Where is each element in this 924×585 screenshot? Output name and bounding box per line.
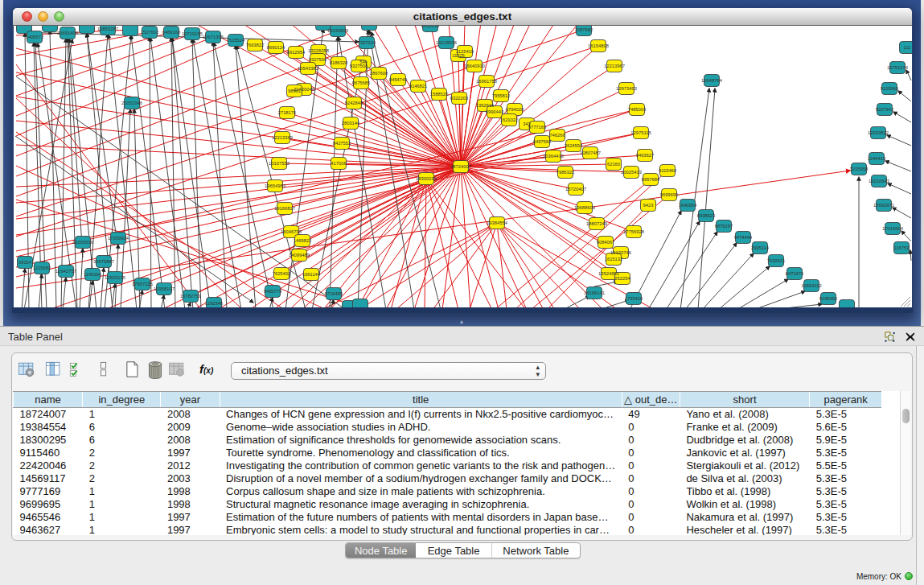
svg-text:12213967: 12213967: [604, 64, 625, 68]
svg-text:8957684: 8957684: [642, 177, 660, 182]
svg-text:16961758: 16961758: [476, 79, 497, 84]
svg-text:1588520: 1588520: [430, 92, 449, 97]
svg-text:8675685: 8675685: [352, 80, 371, 85]
svg-text:10671355: 10671355: [203, 35, 224, 39]
svg-text:8471676: 8471676: [786, 271, 804, 276]
svg-text:9463627: 9463627: [636, 153, 655, 158]
svg-text:14099489: 14099489: [289, 253, 310, 257]
svg-text:1733426: 1733426: [625, 296, 643, 301]
svg-text:252254: 252254: [614, 276, 630, 281]
svg-text:18724007: 18724007: [450, 164, 471, 169]
svg-text:6794028: 6794028: [506, 107, 524, 112]
svg-text:9242848: 9242848: [345, 101, 363, 105]
svg-text:417006: 417006: [331, 161, 346, 166]
svg-text:9084067: 9084067: [597, 240, 615, 245]
svg-text:8322203: 8322203: [450, 96, 469, 101]
svg-text:10807487: 10807487: [580, 150, 601, 155]
svg-text:16120746: 16120746: [610, 250, 631, 255]
svg-text:62160: 62160: [607, 162, 620, 167]
svg-text:17756928: 17756928: [623, 229, 644, 234]
svg-text:8912954: 8912954: [287, 50, 306, 55]
svg-text:19654983: 19654983: [265, 183, 285, 188]
svg-text:16782759: 16782759: [180, 294, 201, 299]
svg-text:8660124: 8660124: [267, 45, 285, 50]
svg-text:7986322: 7986322: [556, 170, 575, 175]
svg-text:111: 111: [904, 45, 911, 50]
svg-text:16640910: 16640910: [464, 64, 485, 68]
svg-text:19218506: 19218506: [436, 40, 457, 45]
svg-text:3215958: 3215958: [850, 167, 869, 171]
svg-text:1362615: 1362615: [476, 103, 495, 108]
svg-text:1244415: 1244415: [868, 156, 886, 161]
svg-text:2087682: 2087682: [575, 27, 593, 32]
svg-text:16046798: 16046798: [281, 229, 302, 234]
svg-text:3624554: 3624554: [565, 143, 583, 148]
svg-text:15751074: 15751074: [887, 65, 909, 70]
svg-text:6497568: 6497568: [533, 139, 552, 144]
svg-text:116753: 116753: [894, 245, 910, 250]
svg-text:10107552: 10107552: [269, 161, 290, 166]
svg-text:9227342: 9227342: [876, 107, 894, 112]
svg-text:14196141: 14196141: [584, 290, 605, 295]
svg-text:1621022: 1621022: [500, 117, 519, 122]
svg-text:19166827: 19166827: [274, 206, 295, 211]
svg-text:12213369: 12213369: [272, 135, 293, 140]
svg-text:2935114: 2935114: [751, 245, 770, 250]
svg-text:7515524: 7515524: [227, 38, 245, 43]
svg-text:10973493: 10973493: [616, 86, 637, 91]
svg-text:8813054: 8813054: [421, 26, 440, 28]
svg-text:12093822: 12093822: [868, 130, 889, 135]
svg-text:10688609: 10688609: [574, 205, 595, 210]
svg-text:7663822: 7663822: [246, 43, 265, 47]
svg-text:1615132: 1615132: [605, 257, 623, 262]
svg-text:8427552: 8427552: [333, 141, 351, 146]
svg-text:12942757: 12942757: [55, 269, 76, 274]
svg-text:13226058: 13226058: [308, 48, 329, 53]
svg-text:20691406: 20691406: [57, 31, 78, 35]
svg-text:10719155: 10719155: [182, 31, 203, 36]
svg-text:17016504: 17016504: [882, 226, 904, 231]
svg-text:2718176: 2718176: [278, 110, 297, 115]
svg-text:7632621: 7632621: [767, 258, 786, 263]
svg-text:1527602: 1527602: [141, 30, 159, 35]
svg-text:12975115: 12975115: [630, 130, 651, 135]
svg-text:2867608: 2867608: [370, 71, 388, 76]
svg-text:30975887: 30975887: [93, 259, 114, 264]
svg-text:9115460: 9115460: [659, 168, 676, 173]
svg-text:1215682: 1215682: [33, 266, 51, 270]
svg-text:9699695: 9699695: [660, 192, 679, 197]
svg-text:1405572: 1405572: [26, 35, 44, 39]
svg-text:1292346: 1292346: [205, 301, 224, 306]
svg-text:12503135: 12503135: [105, 275, 125, 280]
svg-text:9327500: 9327500: [309, 57, 327, 62]
svg-text:9423: 9423: [643, 203, 654, 208]
svg-text:7357224: 7357224: [358, 40, 376, 45]
svg-text:1469822: 1469822: [294, 238, 312, 243]
svg-text:10958107: 10958107: [154, 286, 175, 291]
svg-text:10025433: 10025433: [621, 170, 642, 175]
svg-text:20053346: 20053346: [121, 101, 142, 105]
svg-text:18807249: 18807249: [586, 221, 607, 226]
svg-text:9129966: 9129966: [881, 86, 899, 91]
svg-text:9327508: 9327508: [350, 64, 368, 68]
svg-text:16648764: 16648764: [701, 78, 723, 83]
svg-text:15692971: 15692971: [873, 203, 894, 208]
svg-text:16033809: 16033809: [327, 28, 348, 33]
svg-text:746266: 746266: [549, 133, 565, 138]
svg-text:6990443: 6990443: [486, 109, 504, 114]
svg-text:9777169: 9777169: [528, 125, 547, 130]
svg-text:2803144: 2803144: [342, 121, 360, 126]
svg-text:8454749: 8454749: [389, 77, 408, 82]
svg-text:1691144: 1691144: [302, 272, 321, 277]
svg-text:1125419: 1125419: [456, 49, 474, 54]
svg-text:9465779: 9465779: [264, 289, 282, 294]
svg-text:20206536: 20206536: [72, 240, 93, 245]
svg-text:8186328: 8186328: [330, 60, 348, 65]
svg-text:9245652: 9245652: [819, 296, 838, 301]
svg-text:1145194: 1145194: [84, 272, 102, 277]
svg-text:98901: 98901: [288, 89, 301, 93]
svg-text:7955812: 7955812: [492, 93, 511, 98]
svg-text:6466160: 6466160: [162, 30, 181, 35]
svg-text:8938923: 8938923: [697, 213, 716, 218]
svg-text:6879197: 6879197: [715, 224, 733, 229]
